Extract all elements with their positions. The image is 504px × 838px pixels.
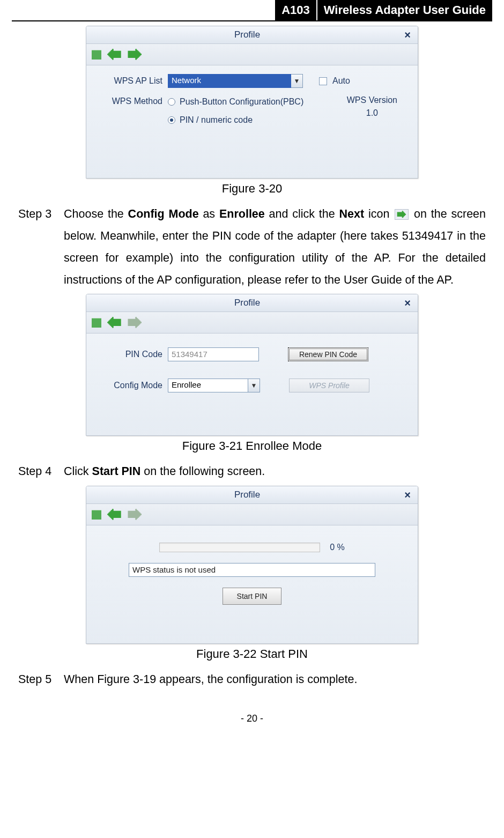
pbc-radio[interactable] [168, 98, 175, 106]
back-icon[interactable]: 🡄 [107, 507, 122, 522]
step-4-number: Step 4 [18, 461, 64, 483]
wps-version-label: WPS Version [347, 95, 397, 105]
close-icon[interactable]: × [403, 490, 412, 500]
back-icon[interactable]: 🡄 [107, 47, 122, 62]
auto-label: Auto [332, 76, 350, 86]
auto-checkbox[interactable] [319, 77, 327, 85]
chevron-down-icon[interactable]: ▼ [248, 379, 260, 392]
doc-header: A103 Wireless Adapter User Guide [12, 0, 492, 21]
step-5-number: Step 5 [18, 669, 64, 691]
next-icon-disabled: 🡆 [127, 507, 142, 522]
chevron-down-icon[interactable]: ▼ [291, 74, 303, 88]
step4-t1: Click [64, 465, 92, 478]
step3-t4: icon [364, 207, 394, 220]
next-icon-disabled: 🡆 [127, 315, 142, 330]
profile-window-fig20: Profile × 🡄 🡆 WPS AP List Network ▼ Auto [86, 26, 418, 179]
step-4: Step 4 Click Start PIN on the following … [18, 461, 486, 483]
wps-ap-list-label: WPS AP List [98, 76, 162, 86]
config-mode-combo[interactable]: Enrollee ▼ [168, 379, 260, 392]
page-number: - 20 - [18, 713, 486, 724]
wps-version-value: 1.0 [366, 108, 378, 118]
step-3-number: Step 3 [18, 203, 64, 291]
config-mode-value: Enrollee [168, 379, 248, 392]
step3-b2: Enrollee [219, 207, 265, 220]
square-icon[interactable] [92, 510, 101, 520]
start-pin-button[interactable]: Start PIN [223, 588, 281, 605]
step4-t2: on the following screen. [140, 465, 265, 478]
close-icon[interactable]: × [403, 298, 412, 308]
square-icon[interactable] [92, 318, 101, 328]
step-3: Step 3 Choose the Config Mode as Enrolle… [18, 203, 486, 291]
progress-percent: 0 % [330, 543, 345, 552]
next-arrow-icon: 🡆 [395, 209, 409, 220]
renew-pin-code-button[interactable]: Renew PIN Code [288, 347, 368, 361]
pin-radio[interactable] [168, 116, 175, 124]
profile-window-fig21: Profile × 🡄 🡆 PIN Code 51349417 Renew PI… [86, 294, 418, 436]
wps-profile-button: WPS Profile [289, 379, 369, 392]
step5-t1: When Figure 3-19 appears, the configurat… [64, 673, 357, 686]
next-icon[interactable]: 🡆 [127, 47, 142, 62]
profile-window-fig22: Profile × 🡄 🡆 0 % WPS status is not used… [86, 486, 418, 644]
step4-b1: Start PIN [92, 465, 141, 478]
back-icon[interactable]: 🡄 [107, 315, 122, 330]
step3-b1: Config Mode [128, 207, 199, 220]
window-title: Profile [92, 490, 403, 500]
window-title: Profile [92, 298, 403, 308]
pin-code-field[interactable]: 51349417 [168, 347, 259, 361]
wps-status-field: WPS status is not used [129, 563, 375, 577]
doc-header-title: Wireless Adapter User Guide [317, 0, 492, 20]
wps-method-label: WPS Method [98, 95, 162, 106]
pbc-label: Push-Button Configuration(PBC) [180, 97, 303, 107]
pin-label: PIN / numeric code [180, 115, 253, 125]
close-icon[interactable]: × [403, 30, 412, 40]
doc-header-badge: A103 [275, 0, 316, 20]
progress-bar [159, 543, 320, 552]
figure-caption-3-22: Figure 3-22 Start PIN [18, 647, 486, 661]
wps-ap-list-combo[interactable]: Network ▼ [168, 74, 303, 88]
figure-caption-3-21: Figure 3-21 Enrollee Mode [18, 439, 486, 453]
wps-ap-list-value: Network [168, 74, 291, 88]
step-5: Step 5 When Figure 3-19 appears, the con… [18, 669, 486, 691]
square-icon[interactable] [92, 50, 101, 60]
step3-t3: and click the [265, 207, 339, 220]
step3-t2: as [199, 207, 219, 220]
window-title: Profile [92, 29, 403, 40]
config-mode-label: Config Mode [98, 381, 162, 390]
pin-code-label: PIN Code [98, 350, 162, 359]
figure-caption-3-20: Figure 3-20 [18, 182, 486, 196]
step3-t1: Choose the [64, 207, 128, 220]
step3-b3: Next [339, 207, 365, 220]
